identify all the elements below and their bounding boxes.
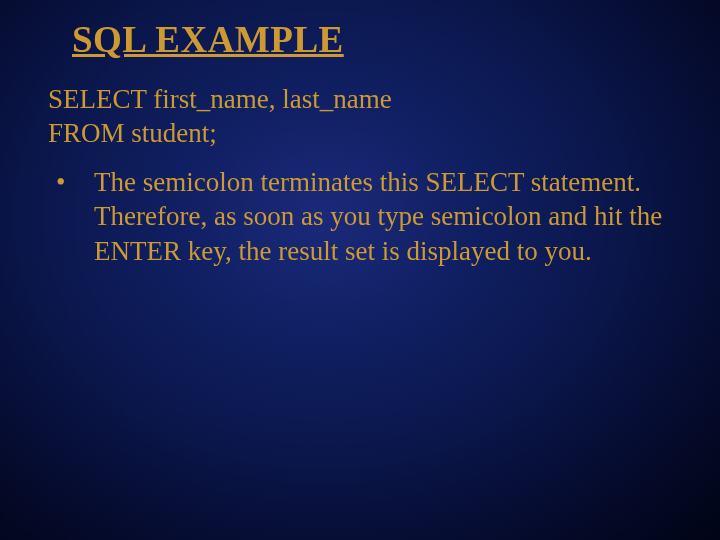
bullet-text: The semicolon terminates this SELECT sta… <box>94 167 662 266</box>
sql-code-line-1: SELECT first_name, last_name <box>48 83 672 117</box>
bullet-item: The semicolon terminates this SELECT sta… <box>48 165 672 269</box>
bullet-list: The semicolon terminates this SELECT sta… <box>48 165 672 269</box>
sql-code-block: SELECT first_name, last_name FROM studen… <box>48 83 672 151</box>
slide-title: SQL EXAMPLE <box>72 18 672 61</box>
slide-container: SQL EXAMPLE SELECT first_name, last_name… <box>0 0 720 540</box>
sql-code-line-2: FROM student; <box>48 117 672 151</box>
